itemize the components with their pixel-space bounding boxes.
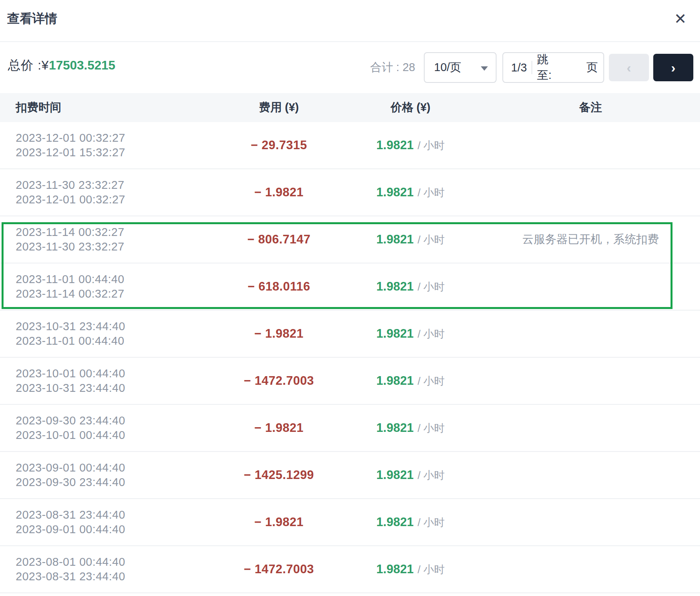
cost-value: − 1.9821 (254, 421, 304, 435)
deduct-time-end: 2023-08-31 23:44:40 (16, 569, 200, 584)
modal-header: 查看详情 ✕ (0, 0, 700, 42)
price-value: 1.9821 (376, 515, 414, 529)
price-unit: / 小时 (418, 281, 445, 293)
deduct-time-start: 2023-11-30 23:32:27 (16, 178, 200, 192)
price-unit: / 小时 (418, 328, 445, 340)
price-unit: / 小时 (418, 517, 445, 528)
deduct-time-start: 2023-10-01 00:44:40 (16, 366, 200, 381)
toolbar: 总价 :¥17503.5215 合计 : 28 10/页 1/3 跳至: 页 ‹… (0, 42, 700, 93)
column-header-remark: 备注 (464, 100, 700, 115)
price-value: 1.9821 (376, 185, 414, 199)
page-size-select[interactable]: 10/页 (424, 52, 497, 83)
price-unit: / 小时 (418, 470, 445, 481)
deduct-time-start: 2023-11-01 00:44:40 (16, 272, 200, 287)
pagination-total-count: 合计 : 28 (370, 60, 415, 75)
deduct-time-end: 2023-10-01 00:44:40 (16, 428, 200, 442)
cost-value: − 1472.7003 (244, 562, 314, 576)
chevron-down-icon (481, 66, 488, 71)
next-page-button[interactable]: › (653, 54, 693, 81)
price-value: 1.9821 (376, 138, 414, 152)
cost-value: − 1472.7003 (244, 374, 314, 388)
price-unit: / 小时 (418, 375, 445, 387)
price-unit: / 小时 (418, 234, 445, 246)
table-header-row: 扣费时间 费用 (¥) 价格 (¥) 备注 (0, 93, 700, 122)
close-icon[interactable]: ✕ (672, 10, 689, 27)
deduct-time-end: 2023-10-31 23:44:40 (16, 381, 200, 395)
cost-value: − 1.9821 (254, 327, 304, 340)
deduct-time-end: 2023-12-01 00:32:27 (16, 192, 200, 207)
price-value: 1.9821 (376, 468, 414, 482)
deduct-time-end: 2023-09-30 23:44:40 (16, 475, 200, 490)
page-jump-box: 1/3 跳至: 页 (502, 52, 604, 83)
table-body: 2023-12-01 00:32:27 2023-12-01 15:32:27 … (0, 122, 700, 593)
table-row: 2023-08-31 23:44:40 2023-09-01 00:44:40 … (0, 499, 700, 546)
deduct-time-end: 2023-11-30 23:32:27 (16, 239, 200, 254)
price-value: 1.9821 (376, 280, 414, 293)
price-unit: / 小时 (418, 187, 445, 199)
price-value: 1.9821 (376, 421, 414, 435)
deduct-time-end: 2023-11-01 00:44:40 (16, 334, 200, 348)
deduct-time-end: 2023-12-01 15:32:27 (16, 145, 200, 160)
page-size-value: 10/页 (434, 60, 461, 75)
deduct-time-range: 2023-08-01 00:44:40 2023-08-31 23:44:40 (16, 555, 200, 584)
column-header-cost: 费用 (¥) (200, 100, 357, 115)
deduct-time-range: 2023-11-30 23:32:27 2023-12-01 00:32:27 (16, 178, 200, 207)
table-row: 2023-09-30 23:44:40 2023-10-01 00:44:40 … (0, 405, 700, 452)
billing-table: 扣费时间 费用 (¥) 价格 (¥) 备注 2023-12-01 00:32:2… (0, 93, 700, 593)
cost-value: − 1.9821 (254, 185, 304, 199)
total-price: 总价 :¥17503.5215 (8, 57, 115, 74)
deduct-time-start: 2023-12-01 00:32:27 (16, 131, 200, 145)
column-header-price: 价格 (¥) (357, 100, 464, 115)
cost-value: − 1425.1299 (244, 468, 314, 482)
table-row: 2023-08-01 00:44:40 2023-08-31 23:44:40 … (0, 546, 700, 593)
prev-page-button[interactable]: ‹ (609, 54, 649, 81)
total-price-value: 17503.5215 (49, 58, 115, 72)
chevron-right-icon: › (671, 60, 675, 75)
table-row: 2023-11-30 23:32:27 2023-12-01 00:32:27 … (0, 169, 700, 216)
deduct-time-range: 2023-08-31 23:44:40 2023-09-01 00:44:40 (16, 508, 200, 537)
deduct-time-start: 2023-10-31 23:44:40 (16, 319, 200, 334)
deduct-time-range: 2023-11-14 00:32:27 2023-11-30 23:32:27 (16, 225, 200, 254)
pagination: 合计 : 28 10/页 1/3 跳至: 页 ‹ › (370, 42, 693, 93)
table-row: 2023-11-01 00:44:40 2023-11-14 00:32:27 … (0, 263, 700, 311)
price-unit: / 小时 (418, 140, 445, 152)
chevron-left-icon: ‹ (627, 60, 631, 75)
price-value: 1.9821 (376, 562, 414, 576)
cost-value: − 618.0116 (247, 280, 310, 293)
deduct-time-start: 2023-08-31 23:44:40 (16, 508, 200, 522)
deduct-time-range: 2023-09-01 00:44:40 2023-09-30 23:44:40 (16, 461, 200, 490)
price-value: 1.9821 (376, 327, 414, 340)
deduct-time-range: 2023-11-01 00:44:40 2023-11-14 00:32:27 (16, 272, 200, 301)
table-row: 2023-09-01 00:44:40 2023-09-30 23:44:40 … (0, 452, 700, 499)
price-unit: / 小时 (418, 422, 445, 434)
cost-value: − 29.7315 (251, 138, 307, 152)
deduct-time-range: 2023-10-31 23:44:40 2023-11-01 00:44:40 (16, 319, 200, 348)
deduct-time-end: 2023-09-01 00:44:40 (16, 522, 200, 537)
cost-value: − 1.9821 (254, 515, 304, 529)
deduct-time-start: 2023-09-01 00:44:40 (16, 461, 200, 475)
cost-value: − 806.7147 (247, 232, 310, 246)
page-indicator: 1/3 (511, 61, 527, 74)
table-row: 2023-12-01 00:32:27 2023-12-01 15:32:27 … (0, 122, 700, 169)
price-value: 1.9821 (376, 374, 414, 388)
modal-title: 查看详情 (7, 10, 57, 27)
remark-text: 云服务器已开机，系统扣费 (522, 233, 659, 245)
price-unit: / 小时 (418, 564, 445, 576)
divider (531, 61, 532, 74)
table-row: 2023-10-01 00:44:40 2023-10-31 23:44:40 … (0, 358, 700, 405)
deduct-time-end: 2023-11-14 00:32:27 (16, 287, 200, 301)
total-price-label: 总价 :¥ (8, 58, 49, 72)
deduct-time-range: 2023-12-01 00:32:27 2023-12-01 15:32:27 (16, 131, 200, 160)
deduct-time-range: 2023-10-01 00:44:40 2023-10-31 23:44:40 (16, 366, 200, 395)
table-row: 2023-11-14 00:32:27 2023-11-30 23:32:27 … (0, 216, 700, 263)
deduct-time-start: 2023-11-14 00:32:27 (16, 225, 200, 239)
deduct-time-range: 2023-09-30 23:44:40 2023-10-01 00:44:40 (16, 413, 200, 442)
jump-page-input[interactable] (557, 56, 586, 79)
page-unit-label: 页 (586, 60, 598, 75)
deduct-time-start: 2023-09-30 23:44:40 (16, 413, 200, 428)
jump-label: 跳至: (537, 52, 557, 83)
deduct-time-start: 2023-08-01 00:44:40 (16, 555, 200, 569)
column-header-time: 扣费时间 (0, 100, 200, 115)
table-row: 2023-10-31 23:44:40 2023-11-01 00:44:40 … (0, 311, 700, 358)
detail-modal: 查看详情 ✕ 总价 :¥17503.5215 合计 : 28 10/页 1/3 … (0, 0, 700, 596)
